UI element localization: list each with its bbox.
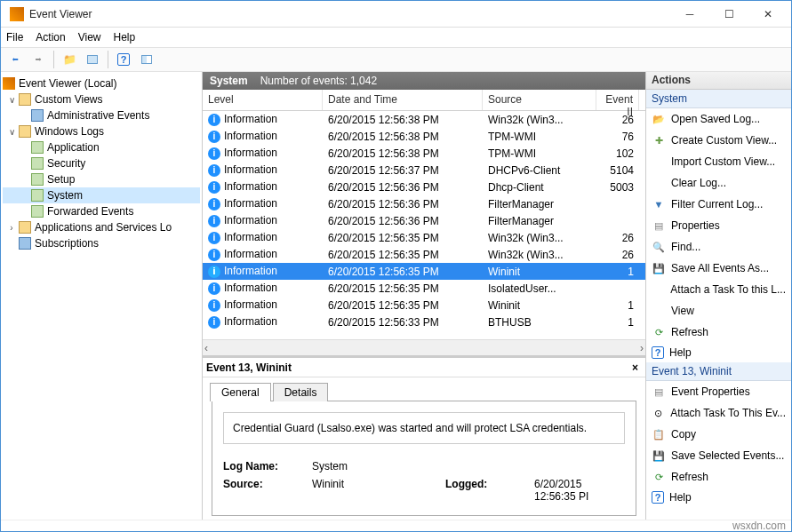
info-icon: i — [208, 198, 220, 210]
table-row[interactable]: iInformation6/20/2015 12:56:37 PMDHCPv6-… — [203, 162, 645, 179]
table-row[interactable]: iInformation6/20/2015 12:56:38 PMTPM-WMI… — [203, 145, 645, 162]
action-save-all-events[interactable]: 💾Save All Events As... — [646, 258, 791, 279]
info-icon: i — [208, 299, 220, 312]
actions-pane: Actions System 📂Open Saved Log... ✚Creat… — [646, 72, 791, 520]
action-event-properties[interactable]: ▤Event Properties — [646, 381, 791, 402]
detail-header: Event 13, Wininit × — [203, 358, 645, 377]
tree-security[interactable]: Security — [3, 155, 200, 171]
tree-application[interactable]: Application — [3, 139, 200, 155]
back-button[interactable]: ⬅ — [4, 50, 26, 69]
maximize-button[interactable]: ☐ — [709, 2, 748, 27]
menu-file[interactable]: File — [6, 31, 23, 44]
tree-setup[interactable]: Setup — [3, 171, 200, 187]
action-create-custom-view[interactable]: ✚Create Custom View... — [646, 130, 791, 151]
separator — [108, 51, 108, 68]
table-row[interactable]: iInformation6/20/2015 12:56:38 PMTPM-WMI… — [203, 128, 645, 145]
table-row[interactable]: iInformation6/20/2015 12:56:36 PMFilterM… — [203, 212, 645, 229]
menu-action[interactable]: Action — [36, 31, 65, 44]
tab-details[interactable]: Details — [273, 383, 329, 401]
menu-help[interactable]: Help — [114, 31, 136, 44]
table-row[interactable]: iInformation6/20/2015 12:56:35 PMWininit… — [203, 263, 645, 280]
separator — [53, 51, 54, 68]
tree-apps-services[interactable]: ›Applications and Services Lo — [3, 219, 200, 235]
grid-header: Level Date and Time Source Event II — [203, 90, 645, 111]
menu-view[interactable]: View — [78, 31, 101, 44]
action-import-custom-view[interactable]: Import Custom View... — [646, 151, 791, 172]
detail-close-button[interactable]: × — [628, 361, 642, 374]
app-icon — [10, 7, 24, 21]
tree-windows-logs[interactable]: ∨Windows Logs — [3, 123, 200, 139]
center-header: System Number of events: 1,042 — [203, 72, 645, 90]
info-icon: i — [208, 232, 220, 244]
actions-header: Actions — [646, 72, 791, 90]
tree-custom-views[interactable]: ∨Custom Views — [3, 91, 200, 107]
col-eventid[interactable]: Event II — [596, 90, 639, 110]
action-open-saved-log[interactable]: 📂Open Saved Log... — [646, 108, 791, 130]
action-filter-current-log[interactable]: ▼Filter Current Log... — [646, 194, 791, 215]
action-find[interactable]: 🔍Find... — [646, 236, 791, 258]
actions-section-event: Event 13, Wininit — [646, 362, 791, 381]
action-attach-task[interactable]: Attach a Task To this L... — [646, 279, 791, 300]
logname-value: System — [312, 460, 445, 472]
table-row[interactable]: iInformation6/20/2015 12:56:35 PMWin32k … — [203, 229, 645, 246]
action-properties[interactable]: ▤Properties — [646, 215, 791, 236]
tree-system[interactable]: System — [3, 187, 200, 203]
col-source[interactable]: Source — [483, 90, 596, 110]
info-icon: i — [208, 164, 220, 177]
table-row[interactable]: iInformation6/20/2015 12:56:36 PMFilterM… — [203, 195, 645, 212]
info-icon: i — [208, 249, 220, 261]
detail-body: Credential Guard (Lsalso.exe) was starte… — [212, 401, 636, 516]
tab-general[interactable]: General — [210, 383, 271, 401]
tree-admin-events[interactable]: Administrative Events — [3, 107, 200, 123]
action-event-attach-task[interactable]: ⊙Attach Task To This Ev... — [646, 402, 791, 424]
forward-button[interactable]: ➡ — [28, 50, 49, 69]
table-row[interactable]: iInformation6/20/2015 12:56:35 PMIsolate… — [203, 280, 645, 297]
table-row[interactable]: iInformation6/20/2015 12:56:38 PMWin32k … — [203, 111, 645, 128]
properties-button[interactable] — [82, 50, 103, 69]
info-icon: i — [208, 114, 220, 126]
nav-tree[interactable]: Event Viewer (Local) ∨Custom Views Admin… — [1, 72, 203, 520]
grid-body[interactable]: iInformation6/20/2015 12:56:38 PMWin32k … — [203, 111, 645, 339]
table-row[interactable]: iInformation6/20/2015 12:56:36 PMDhcp-Cl… — [203, 179, 645, 195]
info-icon: i — [208, 215, 220, 227]
minimize-button[interactable]: ─ — [670, 2, 709, 27]
help-button[interactable]: ? — [113, 50, 134, 69]
close-button[interactable]: ✕ — [748, 2, 788, 27]
source-value: Wininit — [312, 478, 445, 503]
info-icon: i — [208, 282, 220, 295]
actions-section-system: System — [646, 90, 791, 108]
info-icon: i — [208, 181, 220, 194]
table-row[interactable]: iInformation6/20/2015 12:56:33 PMBTHUSB1 — [203, 314, 645, 330]
action-help-event[interactable]: ?Help — [646, 488, 791, 507]
action-view[interactable]: View — [646, 300, 791, 322]
info-icon: i — [208, 266, 220, 278]
action-copy[interactable]: 📋Copy — [646, 424, 791, 445]
event-message: Credential Guard (Lsalso.exe) was starte… — [223, 412, 625, 444]
tree-root[interactable]: Event Viewer (Local) — [3, 75, 200, 91]
action-help[interactable]: ?Help — [646, 343, 791, 362]
center-pane: System Number of events: 1,042 Level Dat… — [203, 72, 646, 520]
logname-label: Log Name: — [223, 460, 312, 472]
col-level[interactable]: Level — [203, 90, 323, 110]
detail-pane: Event 13, Wininit × General Details Cred… — [203, 355, 645, 520]
action-clear-log[interactable]: Clear Log... — [646, 172, 791, 194]
info-icon: i — [208, 131, 220, 143]
horizontal-scrollbar[interactable]: ‹› — [203, 339, 645, 355]
window-title: Event Viewer — [29, 8, 670, 20]
tree-subscriptions[interactable]: Subscriptions — [3, 235, 200, 251]
col-date[interactable]: Date and Time — [323, 90, 483, 110]
table-row[interactable]: iInformation6/20/2015 12:56:35 PMWin32k … — [203, 246, 645, 263]
show-tree-button[interactable]: 📁 — [59, 50, 80, 69]
action-refresh[interactable]: ⟳Refresh — [646, 322, 791, 343]
footer: wsxdn.com — [1, 520, 791, 531]
info-icon: i — [208, 147, 220, 160]
tree-forwarded[interactable]: Forwarded Events — [3, 203, 200, 219]
main-area: Event Viewer (Local) ∨Custom Views Admin… — [1, 72, 791, 520]
detail-tabs: General Details — [203, 377, 645, 401]
action-refresh-event[interactable]: ⟳Refresh — [646, 466, 791, 488]
detail-title: Event 13, Wininit — [206, 361, 292, 374]
event-count: Number of events: 1,042 — [260, 75, 377, 87]
table-row[interactable]: iInformation6/20/2015 12:56:35 PMWininit… — [203, 297, 645, 314]
preview-button[interactable] — [136, 50, 157, 69]
action-save-selected[interactable]: 💾Save Selected Events... — [646, 445, 791, 466]
